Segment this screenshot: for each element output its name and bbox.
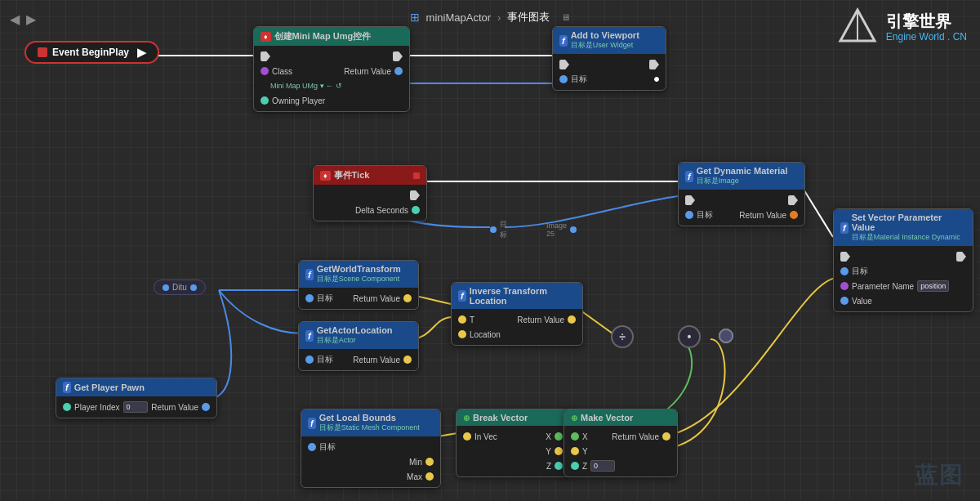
exec-row	[553, 57, 666, 72]
target-label: 目标	[571, 74, 587, 85]
breadcrumb-current: 事件图表	[507, 10, 550, 25]
ditu-node: Ditu	[154, 280, 206, 295]
add-to-viewport-header: f Add to Viewport 目标是User Widget	[553, 27, 666, 54]
get-dynamic-material-node: f Get Dynamic Material 目标是Image 目标 Retur…	[678, 162, 805, 226]
return-label: Return Value	[344, 67, 391, 76]
blueprint-label: 蓝图	[915, 460, 964, 491]
nav-arrows: ◀ ▶	[10, 11, 36, 27]
get-world-transform-node: f GetWorldTransform 目标是Scene Component 目…	[298, 260, 419, 310]
delta-pin	[412, 206, 420, 214]
breadcrumb-icon: 🖥	[561, 12, 570, 22]
param-row: Parameter Name position	[834, 279, 973, 293]
set-vector-param-sub: 目标是Material Instance Dynamic	[852, 232, 966, 243]
player-index-value[interactable]: 0	[123, 401, 148, 413]
owning-label: Owning Player	[272, 96, 325, 105]
class-value: Mini Map UMg ▾ ← ↺	[254, 78, 409, 93]
owning-pin	[261, 96, 269, 105]
class-row: Class Return Value	[254, 64, 409, 78]
get-dynamic-material-title: Get Dynamic Material	[697, 166, 788, 176]
get-player-pawn-header: f Get Player Pawn	[56, 378, 216, 396]
get-player-pawn-node: f Get Player Pawn Player Index 0 Return …	[56, 378, 217, 418]
event-begin-play-label: Event BeginPlay	[52, 47, 129, 58]
class-pin	[261, 67, 269, 75]
break-vector-title: Break Vector	[473, 413, 528, 423]
get-dynamic-material-sub: 目标是Image	[697, 176, 788, 186]
exec-out-row	[314, 188, 426, 203]
get-actor-location-title: GetActorLocation	[317, 325, 393, 335]
make-vector-node: ⊕ Make Vector X Return Value Y Z 0	[564, 409, 678, 477]
get-world-transform-header: f GetWorldTransform 目标是Scene Component	[299, 261, 418, 288]
set-vector-param-body: 目标 Parameter Name position Value	[834, 246, 973, 311]
get-local-bounds-title: Get Local Bounds	[319, 413, 420, 423]
math-node-2: •	[678, 325, 701, 348]
logo-sub: Engine World . CN	[886, 31, 967, 42]
breadcrumb: ⊞ miniMapActor › 事件图表 🖥	[410, 10, 571, 25]
break-vector-node: ⊕ Break Vector In Vec X Y Z	[456, 409, 570, 477]
nav-fwd[interactable]: ▶	[26, 11, 36, 27]
divide-node: ÷	[611, 325, 634, 348]
exec-in-row	[254, 49, 409, 64]
event-begin-play-node: Event BeginPlay ▶	[24, 41, 159, 64]
owning-row: Owning Player	[254, 93, 409, 108]
exec-in	[559, 60, 569, 69]
target-row: 目标	[553, 72, 666, 87]
delta-label: Delta Seconds	[355, 206, 408, 215]
breadcrumb-actor: miniMapActor	[426, 11, 491, 24]
set-vector-param-node: f Set Vector Parameter Value 目标是Material…	[833, 208, 973, 312]
exec-row	[679, 193, 804, 208]
event-tick-header: ♦ 事件Tick	[314, 166, 426, 185]
param-value[interactable]: position	[917, 280, 949, 292]
event-icon	[38, 47, 47, 57]
exec-out	[410, 190, 420, 200]
target-pin	[559, 75, 568, 83]
create-mini-map-body: Class Return Value Mini Map UMg ▾ ← ↺ Ow…	[254, 46, 409, 111]
get-local-bounds-node: f Get Local Bounds 目标是Static Mesh Compon…	[301, 409, 441, 488]
make-vector-header: ⊕ Make Vector	[564, 409, 677, 426]
add-to-viewport-title: Add to Viewport	[571, 30, 639, 40]
small-node-3	[719, 329, 733, 343]
target-row: 目标	[834, 264, 973, 279]
create-mini-map-header: ♦ 创建Mini Map Umg控件	[254, 27, 409, 46]
get-actor-location-header: f GetActorLocation 目标是Actor	[299, 322, 418, 349]
event-tick-title: 事件Tick	[334, 169, 370, 181]
add-to-viewport-body: 目标	[553, 54, 666, 90]
nav-back[interactable]: ◀	[10, 11, 20, 27]
get-world-transform-title: GetWorldTransform	[317, 264, 401, 274]
get-local-bounds-header: f Get Local Bounds 目标是Static Mesh Compon…	[301, 409, 440, 436]
delta-row: Delta Seconds	[314, 203, 426, 217]
inverse-transform-node: f Inverse Transform Location T Return Va…	[451, 282, 583, 346]
target-row: 目标 Return Value	[679, 208, 804, 222]
inverse-transform-title: Inverse Transform Location	[470, 286, 576, 306]
create-mini-map-title: 创建Mini Map Umg控件	[274, 30, 372, 42]
add-to-viewport-sub: 目标是User Widget	[571, 40, 639, 51]
value-row: Value	[834, 293, 973, 308]
ditu-label: Ditu	[172, 283, 187, 292]
get-dynamic-material-header: f Get Dynamic Material 目标是Image	[679, 163, 804, 190]
event-tick-body: Delta Seconds	[314, 185, 426, 221]
get-player-pawn-title: Get Player Pawn	[74, 382, 145, 392]
set-vector-param-title: Set Vector Parameter Value	[852, 212, 966, 232]
exec-out-pin	[393, 51, 403, 61]
exec-out	[649, 60, 659, 69]
z-value[interactable]: 0	[590, 460, 615, 472]
break-vector-header: ⊕ Break Vector	[457, 409, 569, 426]
set-vector-param-header: f Set Vector Parameter Value 目标是Material…	[834, 209, 973, 246]
exec-row	[834, 249, 973, 264]
make-vector-title: Make Vector	[581, 413, 633, 423]
dropdown-pin	[654, 77, 659, 82]
exec-in-pin	[261, 51, 270, 61]
class-label: Class	[272, 67, 292, 76]
return-pin	[394, 67, 403, 75]
inverse-transform-header: f Inverse Transform Location	[452, 283, 582, 309]
event-tick-node: ♦ 事件Tick Delta Seconds	[313, 165, 427, 221]
logo-name: 引擎世界	[886, 11, 967, 31]
create-mini-map-node: ♦ 创建Mini Map Umg控件 Class Return Value Mi…	[253, 26, 410, 112]
logo-area: 引擎世界 Engine World . CN	[837, 7, 967, 47]
add-to-viewport-node: f Add to Viewport 目标是User Widget 目标	[552, 26, 666, 91]
get-dynamic-material-body: 目标 Return Value	[679, 190, 804, 226]
logo-icon	[837, 7, 878, 47]
get-actor-location-node: f GetActorLocation 目标是Actor 目标 Return Va…	[298, 321, 419, 371]
